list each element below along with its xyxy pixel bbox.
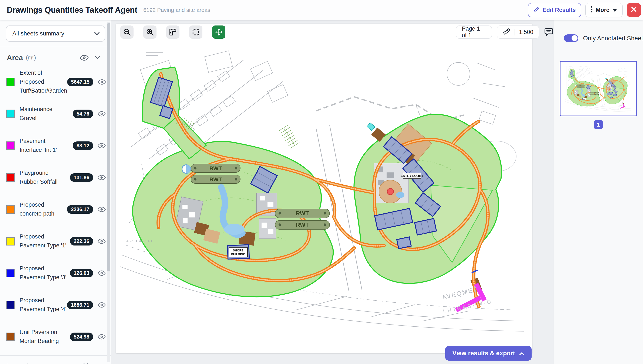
scrollbar-thumb[interactable] bbox=[107, 23, 110, 272]
eye-icon[interactable] bbox=[97, 302, 106, 308]
color-swatch bbox=[6, 301, 15, 309]
sheet-selector-value: All sheets summary bbox=[12, 30, 64, 37]
page-title: Drawings Quantities Takeoff Agent bbox=[7, 6, 137, 15]
quantity-badge: 131.86 bbox=[70, 173, 93, 182]
quantity-badge: 88.12 bbox=[73, 142, 93, 150]
item-label: Pavement Interface 'Int 1' bbox=[20, 137, 67, 154]
item-label: Maintenance Gravel bbox=[20, 105, 67, 123]
canvas-toolbar-right: Page 1 of 1 1:500 bbox=[456, 26, 554, 39]
item-label: Proposed concrete path bbox=[20, 200, 67, 218]
eye-icon[interactable] bbox=[98, 79, 106, 85]
annotated-sheets-filter: Only Annotated Sheets bbox=[554, 34, 643, 42]
sheet-number-badge[interactable]: 1 bbox=[594, 120, 603, 129]
quantity-badge: 1686.71 bbox=[67, 301, 93, 309]
list-item[interactable]: Proposed concrete path 2236.17 bbox=[0, 194, 111, 225]
color-swatch bbox=[6, 332, 15, 341]
marquee-icon bbox=[191, 28, 200, 36]
item-label: Proposed Pavement Type '1' bbox=[20, 232, 67, 250]
length-section-unit: (m) bbox=[34, 363, 42, 364]
sheet-thumbnail[interactable] bbox=[560, 61, 637, 116]
sheet-selector-dropdown[interactable]: All sheets summary bbox=[6, 26, 105, 42]
area-section-title: Area bbox=[7, 54, 23, 62]
list-item[interactable]: Proposed Pavement Type '3' 126.03 bbox=[0, 257, 111, 289]
area-section-unit: (m²) bbox=[26, 54, 36, 61]
canvas-toolbar bbox=[120, 26, 226, 39]
more-button[interactable]: More bbox=[585, 3, 622, 18]
list-item[interactable]: Playground Rubber Softfall 131.86 bbox=[0, 162, 111, 194]
document-name: 6192 Paving and site areas bbox=[143, 7, 210, 14]
color-swatch bbox=[6, 173, 15, 182]
comment-icon bbox=[544, 27, 554, 37]
close-icon bbox=[631, 6, 637, 14]
only-annotated-toggle[interactable] bbox=[564, 34, 578, 42]
view-results-export-button[interactable]: View results & export bbox=[445, 346, 532, 360]
edit-results-label: Edit Results bbox=[542, 7, 576, 14]
item-label: Extent of Proposed Turf/Batter/Garden bbox=[20, 68, 67, 95]
eye-icon[interactable] bbox=[97, 143, 106, 149]
pencil-icon bbox=[533, 6, 539, 14]
quantity-badge: 54.76 bbox=[73, 110, 93, 118]
zoom-out-button[interactable] bbox=[120, 26, 134, 39]
quantity-badge: 524.98 bbox=[70, 332, 93, 341]
quantity-badge: 5647.15 bbox=[67, 78, 93, 86]
color-swatch bbox=[6, 142, 15, 150]
edit-results-button[interactable]: Edit Results bbox=[528, 3, 581, 17]
quantity-badge: 126.03 bbox=[70, 269, 93, 277]
pan-tool-button[interactable] bbox=[212, 26, 226, 39]
select-area-button[interactable] bbox=[189, 26, 202, 39]
drawing-canvas[interactable]: Page 1 of 1 1:500 View results & export bbox=[111, 20, 554, 364]
item-label: Playground Rubber Softfall bbox=[20, 168, 67, 186]
eye-icon[interactable] bbox=[97, 270, 106, 276]
eye-icon[interactable] bbox=[97, 238, 106, 244]
list-item[interactable]: Pavement Interface 'Int 1' 88.12 bbox=[0, 130, 111, 162]
eye-icon[interactable] bbox=[97, 206, 106, 212]
ruler-corner-icon bbox=[169, 28, 177, 36]
caret-down-icon bbox=[612, 7, 617, 14]
chevron-up-icon bbox=[519, 350, 524, 357]
area-items-list: Extent of Proposed Turf/Batter/Garden 56… bbox=[0, 65, 111, 355]
eye-icon[interactable] bbox=[97, 174, 106, 180]
move-icon bbox=[215, 28, 223, 36]
toggle-label: Only Annotated Sheets bbox=[583, 35, 643, 42]
length-section-header: Length (m) bbox=[0, 356, 111, 364]
area-section-header: Area (m²) bbox=[0, 47, 111, 65]
item-label: Proposed Pavement Type '3' bbox=[20, 264, 67, 282]
chevron-down-icon bbox=[94, 30, 100, 37]
more-label: More bbox=[596, 7, 609, 14]
page-indicator: Page 1 of 1 bbox=[456, 26, 492, 39]
eye-icon[interactable] bbox=[97, 334, 106, 340]
item-label: Unit Pavers on Mortar Beading bbox=[20, 328, 67, 346]
zoom-in-button[interactable] bbox=[143, 26, 156, 39]
color-swatch bbox=[6, 78, 15, 86]
length-section-title: Length bbox=[7, 362, 31, 364]
color-swatch bbox=[6, 237, 15, 246]
measure-tool-button[interactable] bbox=[166, 26, 179, 39]
list-item[interactable]: Unit Pavers on Mortar Beading 524.98 bbox=[0, 321, 111, 353]
area-collapse-chevron-icon[interactable] bbox=[95, 56, 100, 60]
sheet-thumbnail-svg bbox=[560, 62, 636, 116]
color-swatch bbox=[6, 269, 15, 277]
quantity-badge: 2236.17 bbox=[67, 205, 93, 214]
sidebar-scrollbar[interactable] bbox=[107, 22, 110, 362]
list-item[interactable]: Maintenance Gravel 54.76 bbox=[0, 98, 111, 130]
zoom-out-icon bbox=[123, 28, 131, 36]
area-visibility-eye-icon[interactable] bbox=[80, 54, 89, 61]
scale-ruler-icon bbox=[503, 28, 511, 37]
scale-indicator[interactable]: 1:500 bbox=[497, 26, 539, 39]
sheets-panel: Only Annotated Sheets 1 bbox=[554, 20, 643, 364]
quantity-badge: 222.36 bbox=[70, 237, 93, 246]
list-item[interactable]: Extent of Proposed Turf/Batter/Garden 56… bbox=[0, 66, 111, 98]
eye-icon[interactable] bbox=[97, 111, 106, 117]
close-button[interactable] bbox=[627, 3, 641, 17]
main-area: All sheets summary Area (m²) Extent of P… bbox=[0, 20, 643, 364]
site-plan-svg bbox=[116, 24, 532, 353]
color-swatch bbox=[6, 110, 15, 118]
eye-off-icon[interactable] bbox=[80, 362, 89, 364]
list-item[interactable]: Proposed Pavement Type '1' 222.36 bbox=[0, 225, 111, 257]
list-item[interactable]: Proposed Pavement Type '4' 1686.71 bbox=[0, 289, 111, 321]
drawing-sheet[interactable] bbox=[116, 24, 532, 353]
sidebar: All sheets summary Area (m²) Extent of P… bbox=[0, 20, 111, 364]
comments-button[interactable] bbox=[544, 27, 554, 37]
kebab-menu-icon bbox=[591, 6, 593, 14]
vertical-separator bbox=[515, 29, 515, 36]
